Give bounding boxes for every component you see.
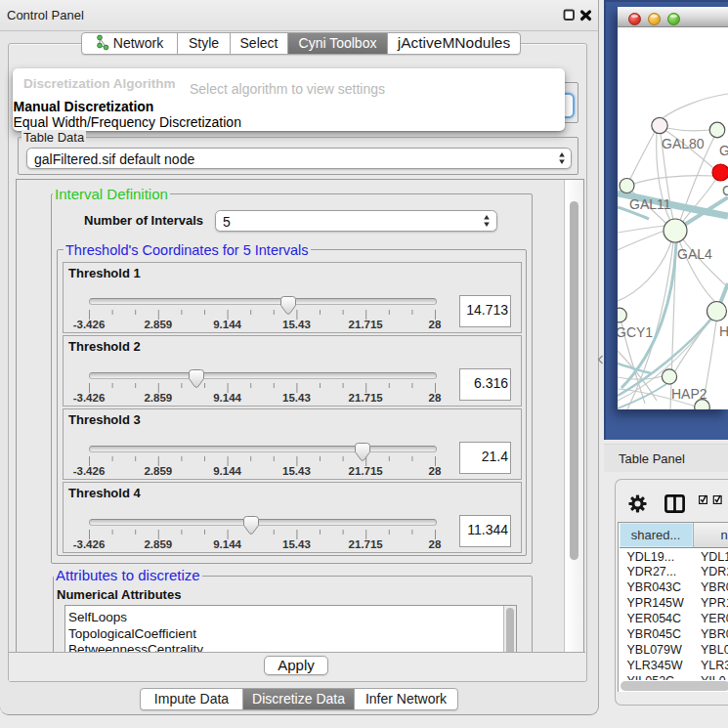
svg-text:GAL80: GAL80	[662, 136, 705, 151]
svg-text:GAL11: GAL11	[629, 196, 671, 212]
svg-text:GA: GA	[719, 143, 728, 158]
svg-text:HAP2: HAP2	[671, 386, 707, 402]
svg-text:GAL4: GAL4	[677, 246, 712, 262]
svg-text:GCY1: GCY1	[618, 324, 653, 340]
svg-text:HA: HA	[719, 323, 728, 339]
svg-text:C: C	[722, 183, 728, 198]
